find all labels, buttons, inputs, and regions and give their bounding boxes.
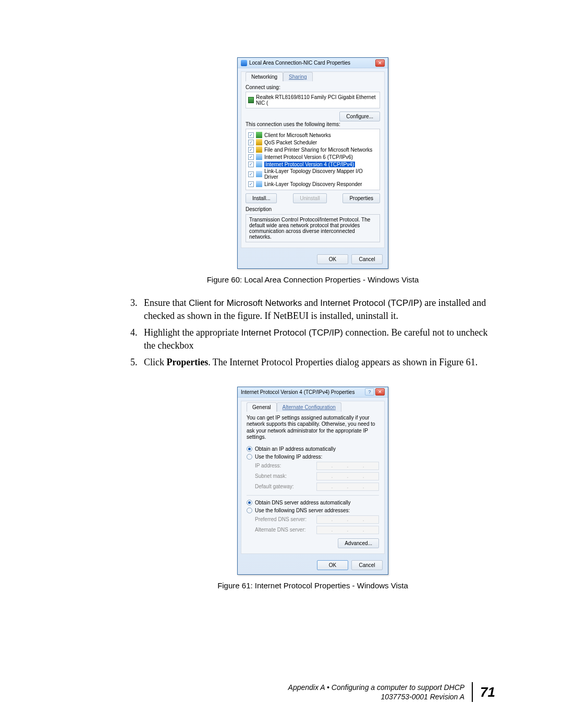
service-icon	[256, 139, 262, 145]
info-note: You can get IP settings assigned automat…	[247, 415, 379, 441]
close-icon[interactable]: ✕	[375, 59, 385, 67]
checkbox-icon[interactable]: ✓	[248, 147, 254, 153]
list-item-selected[interactable]: ✓Internet Protocol Version 4 (TCP/IPv4)	[248, 161, 377, 168]
protocol-icon	[256, 154, 262, 160]
help-icon[interactable]: ?	[365, 388, 374, 396]
ok-button[interactable]: OK	[317, 560, 348, 570]
alternate-dns-field: Alternate DNS server:...	[255, 526, 379, 534]
radio-obtain-ip[interactable]: Obtain an IP address automatically	[247, 446, 379, 452]
footer-revision: 1037753-0001 Revision A	[288, 692, 464, 701]
close-icon[interactable]: ✕	[375, 388, 385, 396]
description-text: Transmission Control Protocol/Internet P…	[246, 214, 380, 242]
checkbox-icon[interactable]: ✓	[248, 181, 254, 187]
client-icon	[256, 132, 262, 138]
connection-items-list[interactable]: ✓Client for Microsoft Networks ✓QoS Pack…	[246, 129, 380, 190]
radio-icon[interactable]	[247, 446, 252, 452]
footer-divider	[472, 682, 473, 702]
protocol-icon	[256, 161, 262, 167]
checkbox-icon[interactable]: ✓	[248, 171, 254, 177]
advanced-button[interactable]: Advanced...	[338, 538, 379, 548]
checkbox-icon[interactable]: ✓	[248, 162, 254, 167]
list-item[interactable]: ✓Client for Microsoft Networks	[248, 131, 377, 139]
radio-icon[interactable]	[247, 508, 252, 513]
checkbox-icon[interactable]: ✓	[248, 132, 254, 138]
dialog-title: Local Area Connection-NIC Card Propertie…	[249, 60, 350, 66]
tab-networking[interactable]: Networking	[246, 72, 283, 81]
dialog-titlebar: Internet Protocol Version 4 (TCP/IPv4) P…	[238, 387, 388, 398]
default-gateway-field: Default gateway:...	[255, 483, 379, 491]
tab-sharing[interactable]: Sharing	[283, 72, 312, 81]
figure-caption: Figure 60: Local Area Connection Propert…	[130, 275, 495, 284]
footer-appendix: Appendix A • Configuring a computer to s…	[288, 683, 464, 692]
ipv4-properties-dialog: Internet Protocol Version 4 (TCP/IPv4) P…	[237, 387, 388, 575]
step-3: 3. Ensure that Client for Microsoft Netw…	[130, 297, 495, 322]
checkbox-icon[interactable]: ✓	[248, 140, 254, 145]
nic-icon	[248, 97, 254, 103]
dialog-titlebar: Local Area Connection-NIC Card Propertie…	[238, 58, 388, 68]
adapter-name: Realtek RTL8169/8110 Family PCI Gigabit …	[256, 94, 377, 106]
service-icon	[256, 146, 262, 153]
step-5: 5. Click Properties. The Internet Protoc…	[130, 356, 495, 368]
configure-button[interactable]: Configure...	[339, 112, 380, 121]
dialog-title: Internet Protocol Version 4 (TCP/IPv4) P…	[241, 389, 365, 395]
subnet-mask-field: Subnet mask:...	[255, 472, 379, 480]
step-4: 4. Highlight the appropriate Internet Pr…	[130, 326, 495, 352]
window-icon	[241, 60, 247, 66]
checkbox-icon[interactable]: ✓	[248, 154, 254, 160]
list-item[interactable]: ✓Link-Layer Topology Discovery Responder	[248, 180, 377, 188]
radio-static-dns[interactable]: Use the following DNS server addresses:	[247, 508, 379, 513]
tab-general[interactable]: General	[247, 402, 277, 412]
cancel-button[interactable]: Cancel	[351, 254, 383, 264]
preferred-dns-field: Preferred DNS server:...	[255, 515, 379, 524]
list-item[interactable]: ✓Link-Layer Topology Discovery Mapper I/…	[248, 168, 377, 180]
uses-items-label: This connection uses the following items…	[246, 121, 380, 127]
page-number: 71	[480, 684, 495, 700]
connect-using-label: Connect using:	[246, 84, 380, 90]
uninstall-button[interactable]: Uninstall	[293, 193, 326, 203]
description-label: Description	[246, 206, 380, 212]
adapter-field: Realtek RTL8169/8110 Family PCI Gigabit …	[246, 92, 380, 108]
tab-alternate[interactable]: Alternate Configuration	[277, 402, 341, 412]
radio-static-ip[interactable]: Use the following IP address:	[247, 454, 379, 460]
ip-address-field: IP address:...	[255, 462, 379, 470]
list-item[interactable]: ✓QoS Packet Scheduler	[248, 139, 377, 146]
radio-obtain-dns[interactable]: Obtain DNS server address automatically	[247, 500, 379, 505]
list-item[interactable]: ✓File and Printer Sharing for Microsoft …	[248, 146, 377, 153]
figure-caption: Figure 61: Internet Protocol Properties …	[130, 581, 495, 590]
properties-button[interactable]: Properties	[342, 193, 380, 203]
cancel-button[interactable]: Cancel	[351, 560, 383, 570]
lan-properties-dialog: Local Area Connection-NIC Card Propertie…	[237, 57, 388, 269]
ok-button[interactable]: OK	[317, 254, 348, 264]
radio-icon[interactable]	[247, 500, 252, 505]
instruction-list: 3. Ensure that Client for Microsoft Netw…	[130, 297, 495, 369]
protocol-icon	[256, 181, 262, 187]
install-button[interactable]: Install...	[246, 193, 277, 203]
page-footer: Appendix A • Configuring a computer to s…	[288, 682, 495, 702]
radio-icon[interactable]	[247, 454, 252, 460]
list-item[interactable]: ✓Internet Protocol Version 6 (TCP/IPv6)	[248, 153, 377, 161]
protocol-icon	[256, 171, 262, 177]
